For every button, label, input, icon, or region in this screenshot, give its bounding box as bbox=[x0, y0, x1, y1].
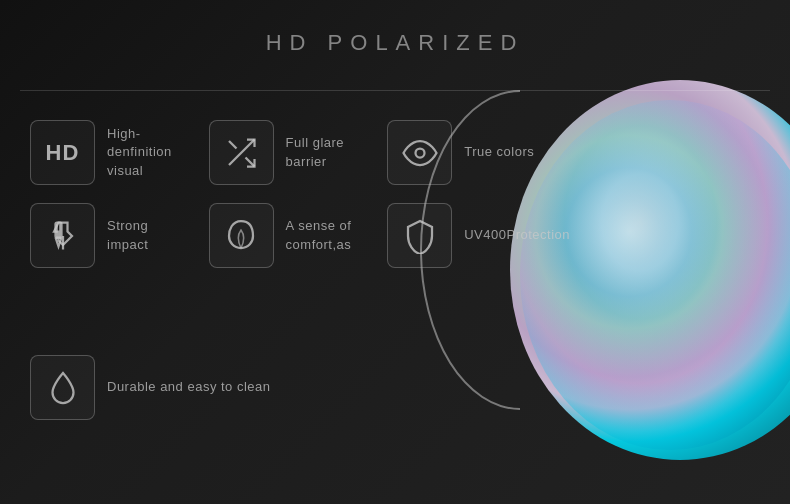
impact-icon-box bbox=[30, 203, 95, 268]
feature-colors: True colors bbox=[387, 120, 570, 185]
colors-label: True colors bbox=[464, 143, 534, 161]
divider bbox=[20, 90, 770, 91]
comfort-icon-box bbox=[209, 203, 274, 268]
feature-durable: Durable and easy to clean bbox=[30, 355, 271, 420]
feature-comfort: A sense of comfort,as bbox=[209, 203, 370, 268]
shuffle-icon bbox=[223, 135, 259, 171]
svg-line-1 bbox=[246, 157, 255, 166]
impact-label: Strong impact bbox=[107, 217, 191, 253]
leaf-icon bbox=[223, 218, 259, 254]
durable-icon-box bbox=[30, 355, 95, 420]
shield-icon bbox=[402, 218, 438, 254]
feature-impact: Strong impact bbox=[30, 203, 191, 268]
glare-icon-box bbox=[209, 120, 274, 185]
glare-label: Full glare barrier bbox=[286, 134, 370, 170]
colors-icon-box bbox=[387, 120, 452, 185]
hammer-icon bbox=[45, 218, 81, 254]
features-grid: HD High-denfinition visual Full glare ba… bbox=[30, 120, 580, 286]
uv-icon-box bbox=[387, 203, 452, 268]
hd-icon: HD bbox=[46, 140, 80, 166]
page-title: HD POLARIZED bbox=[0, 30, 790, 56]
durable-label: Durable and easy to clean bbox=[107, 378, 271, 396]
drop-icon bbox=[45, 370, 81, 406]
svg-point-3 bbox=[415, 148, 424, 157]
feature-glare: Full glare barrier bbox=[209, 120, 370, 185]
feature-hd: HD High-denfinition visual bbox=[30, 120, 191, 185]
comfort-label: A sense of comfort,as bbox=[286, 217, 370, 253]
svg-line-2 bbox=[229, 141, 237, 149]
eye-icon bbox=[402, 135, 438, 171]
hd-label: High-denfinition visual bbox=[107, 125, 191, 180]
title-area: HD POLARIZED bbox=[0, 30, 790, 56]
uv-label: UV400Protection bbox=[464, 226, 570, 244]
feature-uv: UV400Protection bbox=[387, 203, 570, 268]
hd-icon-box: HD bbox=[30, 120, 95, 185]
